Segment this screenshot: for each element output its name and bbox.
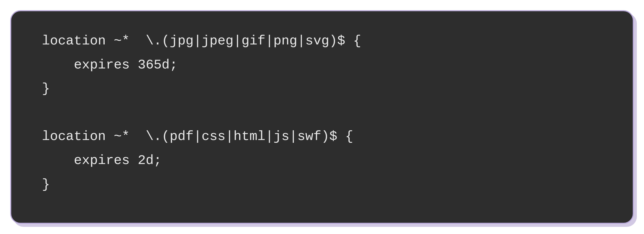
code-line-5: location ~* \.(pdf|css|html|js|swf)$ { xyxy=(42,129,353,144)
code-line-6: expires 2d; xyxy=(42,153,162,168)
code-line-3: } xyxy=(42,81,50,96)
code-block: location ~* \.(jpg|jpeg|gif|png|svg)$ { … xyxy=(10,10,634,224)
code-line-1: location ~* \.(jpg|jpeg|gif|png|svg)$ { xyxy=(42,33,361,49)
code-line-7: } xyxy=(42,177,50,192)
code-line-2: expires 365d; xyxy=(42,57,178,73)
